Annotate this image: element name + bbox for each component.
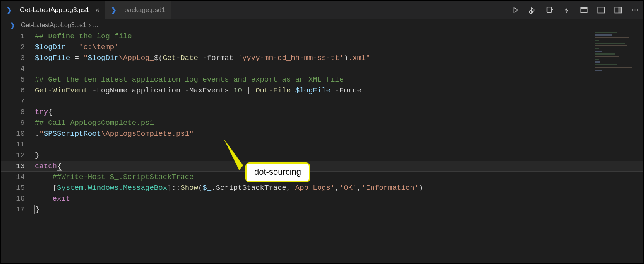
line-number: 4	[1, 63, 35, 74]
tab-bar: ❯_ Get-LatestAppLog3.ps1 × ❯_ package.ps…	[1, 1, 643, 19]
tab-active-file[interactable]: ❯_ Get-LatestAppLog3.ps1 ×	[1, 1, 105, 19]
line-number: 10	[1, 128, 35, 139]
line-number: 13	[1, 161, 35, 172]
editor-toolbar	[512, 1, 639, 19]
line-number: 16	[1, 193, 35, 204]
svg-rect-1	[547, 7, 552, 13]
powershell-icon: ❯_	[6, 6, 16, 14]
code-editor[interactable]: 1## Define the log file 2$logDir = 'c:\t…	[1, 31, 643, 215]
line-number: 9	[1, 118, 35, 128]
line-number: 7	[1, 96, 35, 107]
powershell-icon: ❯_	[10, 22, 19, 29]
panel-icon[interactable]	[580, 6, 588, 14]
debug-config-icon[interactable]	[529, 6, 537, 14]
powershell-icon: ❯_	[111, 6, 120, 14]
line-number: 12	[1, 150, 35, 161]
minimap[interactable]	[595, 32, 638, 74]
svg-point-10	[637, 9, 639, 11]
breadcrumb-rest: ...	[93, 22, 98, 29]
line-number: 11	[1, 139, 35, 150]
close-icon[interactable]: ×	[96, 7, 100, 14]
breadcrumb-sep: ›	[89, 22, 91, 29]
line-number: 6	[1, 85, 35, 96]
tab-label: Get-LatestAppLog3.ps1	[20, 6, 89, 14]
svg-point-8	[632, 9, 634, 11]
breadcrumb[interactable]: ❯_ Get-LatestAppLog3.ps1 › ...	[1, 19, 643, 31]
split-icon[interactable]	[597, 6, 605, 14]
line-number: 8	[1, 107, 35, 118]
line-number: 14	[1, 172, 35, 182]
current-line: 13catch{	[1, 161, 643, 172]
line-number: 1	[1, 31, 35, 42]
breadcrumb-file: Get-LatestAppLog3.ps1	[21, 22, 86, 29]
line-number: 15	[1, 182, 35, 193]
bolt-icon[interactable]	[563, 6, 571, 14]
tab-label: package.psd1	[124, 6, 165, 14]
svg-rect-3	[581, 8, 587, 9]
run-selection-icon[interactable]	[546, 6, 554, 14]
line-number: 2	[1, 42, 35, 53]
run-icon[interactable]	[512, 6, 520, 14]
line-number: 3	[1, 53, 35, 63]
svg-point-9	[634, 9, 636, 11]
tab-other-file[interactable]: ❯_ package.psd1	[105, 1, 171, 19]
line-number: 17	[1, 204, 35, 215]
svg-rect-7	[618, 7, 622, 13]
layout-icon[interactable]	[614, 6, 622, 14]
more-icon[interactable]	[631, 6, 639, 14]
line-number: 5	[1, 74, 35, 85]
